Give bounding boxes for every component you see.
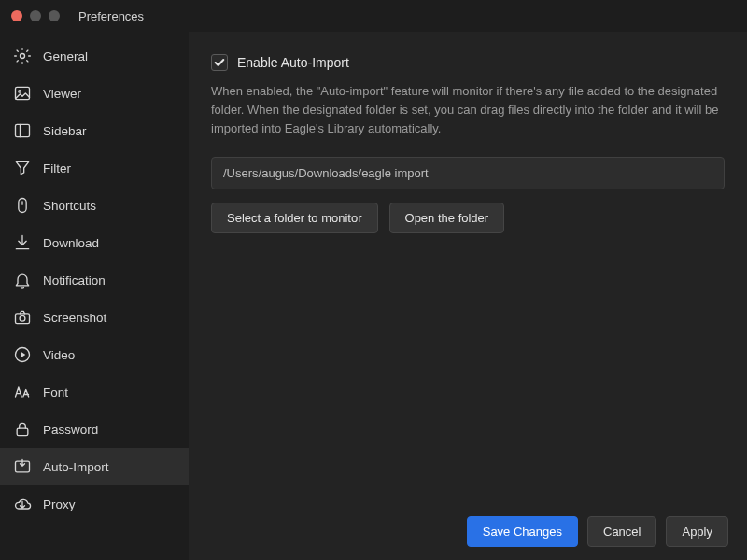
check-icon <box>214 57 225 68</box>
svg-rect-7 <box>16 314 30 324</box>
auto-import-description: When enabled, the "Auto-import" feature … <box>211 82 725 138</box>
sidebar-item-auto-import[interactable]: Auto-Import <box>0 448 189 485</box>
sidebar-item-label: Password <box>43 423 98 437</box>
auto-import-pane: Enable Auto-Import When enabled, the "Au… <box>189 32 747 503</box>
lock-icon <box>13 420 32 439</box>
svg-point-0 <box>21 54 25 59</box>
window-controls <box>11 10 60 21</box>
sidebar-item-general[interactable]: General <box>0 37 189 75</box>
select-folder-button[interactable]: Select a folder to monitor <box>211 203 378 233</box>
import-icon <box>13 457 32 476</box>
sidebar-item-label: Viewer <box>43 87 81 101</box>
sidebar-item-proxy[interactable]: Proxy <box>0 485 189 523</box>
svg-rect-5 <box>19 199 26 213</box>
camera-icon <box>13 308 32 327</box>
funnel-icon <box>13 159 32 177</box>
gear-icon <box>13 47 32 65</box>
sidebar-item-download[interactable]: Download <box>0 224 189 261</box>
enable-auto-import-label: Enable Auto-Import <box>237 55 349 70</box>
svg-marker-10 <box>21 352 25 358</box>
svg-point-8 <box>20 315 25 321</box>
sidebar-item-label: Notification <box>43 273 106 287</box>
monitor-folder-path-input[interactable] <box>211 157 725 189</box>
font-icon <box>13 383 32 401</box>
main-panel: Enable Auto-Import When enabled, the "Au… <box>189 32 747 560</box>
download-icon <box>13 233 32 252</box>
sidebar-item-label: Download <box>43 236 99 250</box>
preferences-sidebar: GeneralViewerSidebarFilterShortcutsDownl… <box>0 32 189 560</box>
sidebar-item-video[interactable]: Video <box>0 336 189 373</box>
cloud-icon <box>13 495 32 513</box>
svg-rect-1 <box>16 87 30 99</box>
sidebar-item-sidebar[interactable]: Sidebar <box>0 112 189 149</box>
sidebar-item-label: Shortcuts <box>43 199 96 213</box>
sidebar-item-label: Proxy <box>43 497 76 511</box>
save-changes-button[interactable]: Save Changes <box>467 516 578 547</box>
enable-auto-import-checkbox[interactable] <box>211 54 228 71</box>
bell-icon <box>13 271 32 289</box>
sidebar-item-label: Auto-Import <box>43 460 109 474</box>
mouse-icon <box>13 196 32 215</box>
sidebar-item-password[interactable]: Password <box>0 411 189 448</box>
window-title: Preferences <box>78 9 144 23</box>
open-folder-button[interactable]: Open the folder <box>389 203 505 233</box>
cancel-button[interactable]: Cancel <box>587 516 656 547</box>
sidebar-item-label: Font <box>43 385 68 399</box>
sidebar-item-label: Video <box>43 348 75 362</box>
sidebar-item-shortcuts[interactable]: Shortcuts <box>0 187 189 224</box>
sidebar-item-filter[interactable]: Filter <box>0 149 189 187</box>
svg-rect-11 <box>17 428 28 436</box>
minimize-window-button[interactable] <box>30 10 41 21</box>
window-titlebar: Preferences <box>0 0 747 32</box>
sidebar-item-label: Filter <box>43 161 71 175</box>
dialog-footer: Save Changes Cancel Apply <box>189 503 747 560</box>
sidebar-item-notification[interactable]: Notification <box>0 261 189 299</box>
sidebar-item-viewer[interactable]: Viewer <box>0 75 189 112</box>
svg-rect-3 <box>16 124 30 136</box>
sidebar-item-label: Sidebar <box>43 124 87 138</box>
maximize-window-button[interactable] <box>49 10 60 21</box>
apply-button[interactable]: Apply <box>666 516 728 547</box>
sidebar-item-font[interactable]: Font <box>0 373 189 411</box>
sidebar-item-screenshot[interactable]: Screenshot <box>0 299 189 336</box>
play-icon <box>13 345 32 364</box>
panel-icon <box>13 121 32 140</box>
close-window-button[interactable] <box>11 10 22 21</box>
image-icon <box>13 84 32 103</box>
sidebar-item-label: Screenshot <box>43 311 106 325</box>
sidebar-item-label: General <box>43 49 88 63</box>
svg-point-2 <box>19 91 21 93</box>
